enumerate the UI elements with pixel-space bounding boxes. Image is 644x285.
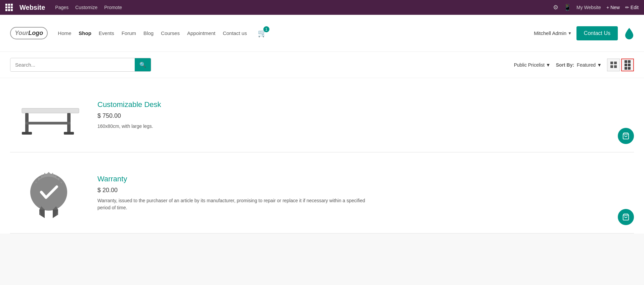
- search-input[interactable]: [10, 59, 135, 71]
- desk-illustration: [15, 88, 82, 142]
- nav-home[interactable]: Home: [58, 30, 71, 36]
- table-row: Customizable Desk $ 750.00 160x80cm, wit…: [10, 78, 634, 152]
- sort-dropdown-icon: ▼: [597, 62, 602, 68]
- customize-link[interactable]: Customize: [75, 5, 97, 10]
- logo-area: YourLogo: [10, 27, 48, 39]
- nav-appointment[interactable]: Appointment: [187, 30, 215, 36]
- user-dropdown-icon: ▼: [568, 31, 572, 36]
- pricelist-select[interactable]: Public Pricelist ▼: [514, 62, 551, 68]
- new-button[interactable]: + New: [606, 5, 620, 10]
- pricelist-label: Public Pricelist: [514, 62, 545, 68]
- product-desc-desk: 160x80cm, with large legs.: [97, 123, 366, 130]
- apps-icon[interactable]: [5, 4, 13, 11]
- grid-view-button[interactable]: [607, 59, 620, 71]
- edit-button[interactable]: ✏ Edit: [625, 5, 639, 10]
- nav-forum[interactable]: Forum: [122, 30, 136, 36]
- search-button[interactable]: 🔍: [135, 58, 151, 71]
- search-right: Public Pricelist ▼ Sort By: Featured ▼: [514, 59, 634, 71]
- add-to-cart-button-desk[interactable]: [618, 128, 634, 144]
- logo[interactable]: YourLogo: [10, 27, 48, 39]
- settings-icon[interactable]: ⚙: [553, 4, 558, 11]
- cart-badge: 1: [263, 26, 269, 32]
- admin-user[interactable]: Mitchell Admin ▼: [534, 30, 572, 36]
- product-name-warranty[interactable]: Warranty: [97, 175, 634, 183]
- product-image-desk: [10, 88, 87, 142]
- cart-add-icon: [622, 132, 630, 140]
- search-input-wrap: 🔍: [10, 58, 151, 72]
- admin-right: ⚙ 📱 My Website + New ✏ Edit: [553, 4, 639, 11]
- svg-rect-2: [22, 132, 32, 135]
- svg-point-9: [33, 177, 64, 208]
- my-website-link[interactable]: My Website: [576, 5, 601, 10]
- cart-area[interactable]: 🛒 1: [258, 29, 267, 38]
- nav-blog[interactable]: Blog: [143, 30, 154, 36]
- nav-shop[interactable]: Shop: [79, 30, 91, 36]
- water-drop-icon: [625, 27, 634, 39]
- list-view-icon: [625, 60, 631, 70]
- admin-nav: Pages Customize Promote: [55, 5, 122, 10]
- svg-rect-0: [22, 108, 79, 113]
- view-toggle: [607, 59, 634, 71]
- site-title: Website: [19, 4, 45, 11]
- add-to-cart-button-warranty[interactable]: [618, 209, 634, 225]
- mobile-icon[interactable]: 📱: [564, 4, 571, 11]
- nav-right: Mitchell Admin ▼ Contact Us: [534, 26, 634, 40]
- site-menu: Home Shop Events Forum Blog Courses Appo…: [58, 29, 534, 38]
- product-list: Customizable Desk $ 750.00 160x80cm, wit…: [0, 78, 644, 234]
- list-view-button[interactable]: [621, 59, 634, 71]
- search-bar-area: 🔍 Public Pricelist ▼ Sort By: Featured ▼: [0, 52, 644, 78]
- product-info-warranty: Warranty $ 20.00 Warranty, issued to the…: [97, 175, 634, 211]
- admin-user-name: Mitchell Admin: [534, 30, 566, 36]
- product-price-desk: $ 750.00: [97, 112, 634, 119]
- site-nav: YourLogo Home Shop Events Forum Blog Cou…: [0, 15, 644, 52]
- nav-contact-us[interactable]: Contact us: [223, 30, 247, 36]
- nav-courses[interactable]: Courses: [161, 30, 180, 36]
- product-name-desk[interactable]: Customizable Desk: [97, 100, 634, 109]
- warranty-illustration: [22, 163, 76, 223]
- sort-by-label: Sort By:: [556, 62, 574, 68]
- nav-events[interactable]: Events: [99, 30, 114, 36]
- admin-bar: Website Pages Customize Promote ⚙ 📱 My W…: [0, 0, 644, 15]
- sort-by-value: Featured: [577, 62, 596, 68]
- promote-link[interactable]: Promote: [104, 5, 122, 10]
- sort-select[interactable]: Sort By: Featured ▼: [556, 62, 602, 68]
- product-price-warranty: $ 20.00: [97, 187, 634, 194]
- contact-us-button[interactable]: Contact Us: [576, 26, 618, 40]
- svg-rect-4: [64, 132, 74, 135]
- pages-link[interactable]: Pages: [55, 5, 69, 10]
- logo-your: Your: [15, 30, 28, 36]
- grid-view-icon: [610, 62, 617, 68]
- pricelist-dropdown-icon: ▼: [546, 62, 551, 68]
- svg-rect-5: [25, 122, 71, 124]
- table-row: Warranty $ 20.00 Warranty, issued to the…: [10, 152, 634, 234]
- product-image-warranty: [10, 163, 87, 223]
- product-info-desk: Customizable Desk $ 750.00 160x80cm, wit…: [97, 100, 634, 130]
- product-desc-warranty: Warranty, issued to the purchaser of an …: [97, 197, 366, 211]
- logo-logo: Logo: [28, 30, 43, 36]
- cart-add-icon-2: [622, 213, 630, 221]
